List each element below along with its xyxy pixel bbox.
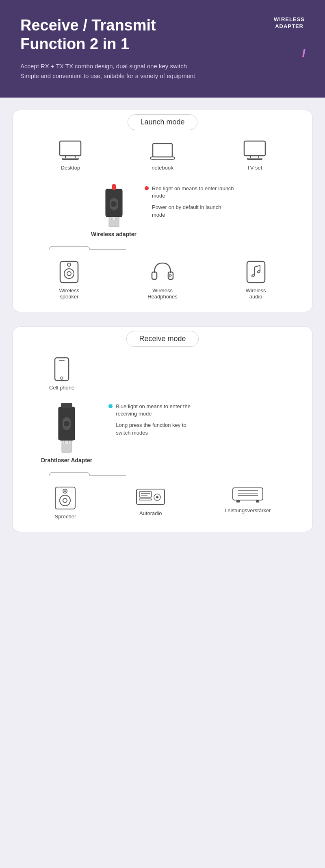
header-accent-icon — [302, 49, 306, 57]
receive-top-section: Cell phone — [25, 357, 300, 391]
receive-info-col: Blue light on means to enter the receivi… — [108, 399, 198, 437]
svg-rect-46 — [139, 499, 152, 500]
receive-phone-label: Cell phone — [49, 385, 74, 391]
launch-divider — [25, 246, 300, 254]
sprecher-icon — [54, 486, 76, 510]
launch-desktop-label: Desktop — [61, 165, 80, 171]
svg-rect-33 — [68, 441, 69, 444]
svg-rect-3 — [153, 144, 172, 157]
launch-device-label: Wireless adapter — [91, 231, 136, 237]
receive-info-text-0: Blue light on means to enter the receivi… — [116, 403, 198, 418]
svg-rect-10 — [112, 184, 116, 190]
laptop-icon — [150, 142, 176, 161]
receive-autoradio-label: Autoradio — [139, 510, 162, 516]
launch-top-icon-row: Desktop notebook TV set — [25, 140, 300, 171]
receive-mode-label-wrapper: Receive mode — [25, 331, 300, 347]
svg-rect-29 — [61, 403, 72, 408]
svg-point-24 — [61, 377, 63, 379]
svg-point-31 — [63, 420, 70, 427]
launch-icon-tv: TV set — [243, 140, 267, 171]
launch-tv-label: TV set — [247, 165, 262, 171]
receive-divider — [25, 472, 300, 480]
header-description: Accept RX + TX TX combo design, dual sig… — [20, 61, 223, 81]
launch-mode-label-wrapper: Launch mode — [25, 114, 300, 130]
receive-info-item-1: Long press the function key to switch mo… — [108, 422, 198, 436]
receive-bottom-icon-row: Sprecher Autoradio — [25, 486, 300, 520]
svg-point-19 — [67, 263, 71, 266]
receive-phone-item: Cell phone — [49, 357, 74, 391]
main-content: Launch mode Desktop notebook — [0, 98, 325, 559]
svg-rect-47 — [233, 488, 263, 500]
svg-rect-2 — [62, 158, 78, 159]
launch-mode-card: Launch mode Desktop notebook — [12, 110, 313, 312]
receive-device-label: Drahtloser Adapter — [41, 457, 92, 463]
header-badge: WIRELESS ADAPTER — [274, 16, 305, 30]
svg-rect-6 — [247, 158, 262, 159]
svg-point-18 — [67, 272, 71, 276]
receive-mode-label: Receive mode — [126, 331, 198, 347]
svg-point-45 — [156, 496, 158, 498]
receive-info-text-1: Long press the function key to switch mo… — [108, 422, 198, 436]
receive-icon-sprecher: Sprecher — [54, 486, 76, 520]
svg-rect-25 — [59, 360, 65, 361]
receive-mode-card: Receive mode Cell phone — [12, 326, 313, 532]
launch-bottom-icon-row: Wireless speaker Wireless Headphones — [25, 260, 300, 300]
receive-bracket-divider-icon — [45, 472, 126, 480]
red-dot-icon — [145, 186, 149, 190]
svg-point-12 — [110, 201, 117, 207]
tv-icon — [243, 140, 267, 161]
svg-rect-22 — [247, 261, 265, 283]
phone-icon — [53, 357, 70, 381]
headphones-icon — [150, 260, 175, 284]
svg-rect-41 — [139, 492, 152, 497]
svg-point-17 — [64, 269, 74, 278]
receive-usb-device-icon — [54, 399, 79, 454]
receive-device-col: Drahtloser Adapter — [41, 399, 92, 463]
desktop-icon — [58, 140, 82, 161]
launch-icon-headphones: Wireless Headphones — [147, 260, 178, 300]
launch-middle-section: Wireless adapter Red light on means to e… — [25, 181, 300, 237]
launch-info-item-1: Power on by default in launch mode — [145, 204, 234, 218]
svg-rect-0 — [60, 141, 81, 156]
launch-info-text-1: Power on by default in launch mode — [145, 204, 234, 218]
receive-sprecher-label: Sprecher — [55, 513, 76, 520]
svg-rect-4 — [244, 141, 265, 156]
launch-icon-desktop: Desktop — [58, 140, 82, 171]
receive-icon-amplifier: Leistungsverstärker — [225, 486, 271, 520]
receive-amplifier-label: Leistungsverstärker — [225, 507, 271, 513]
launch-icon-speaker: Wireless speaker — [58, 260, 80, 300]
svg-rect-13 — [111, 218, 113, 220]
speaker-icon — [58, 260, 80, 284]
svg-rect-51 — [236, 500, 240, 503]
svg-rect-20 — [152, 272, 157, 279]
header-title: Receive / Transmit Function 2 in 1 — [20, 16, 191, 53]
launch-audio-label: Wireless audio — [246, 287, 266, 300]
audio-icon — [245, 260, 266, 284]
launch-info-item-0: Red light on means to enter launch mode — [145, 185, 234, 200]
launch-icon-audio: Wireless audio — [245, 260, 266, 300]
launch-device-col: Wireless adapter — [91, 181, 136, 237]
svg-point-39 — [64, 490, 66, 492]
svg-rect-14 — [115, 218, 117, 220]
amplifier-icon — [232, 486, 264, 504]
bracket-divider-icon — [45, 246, 126, 254]
launch-icon-notebook: notebook — [150, 142, 176, 171]
launch-notebook-label: notebook — [152, 165, 173, 171]
svg-rect-52 — [256, 500, 259, 503]
svg-point-36 — [60, 495, 70, 506]
blue-dot-icon — [108, 404, 113, 408]
svg-rect-32 — [64, 441, 65, 444]
launch-info-text-0: Red light on means to enter launch mode — [152, 185, 234, 200]
receive-middle-section: Drahtloser Adapter Blue light on means t… — [25, 399, 300, 463]
svg-point-37 — [63, 498, 67, 503]
receive-icon-autoradio: Autoradio — [135, 486, 166, 520]
receive-info-item-0: Blue light on means to enter the receivi… — [108, 403, 198, 418]
launch-headphones-label: Wireless Headphones — [147, 287, 178, 300]
launch-usb-device-icon — [101, 181, 127, 228]
autoradio-icon — [135, 486, 166, 507]
launch-mode-label: Launch mode — [128, 114, 197, 130]
launch-info-col: Red light on means to enter launch mode … — [145, 181, 234, 219]
header-section: Receive / Transmit Function 2 in 1 WIREL… — [0, 0, 325, 98]
launch-speaker-label: Wireless speaker — [59, 287, 79, 300]
